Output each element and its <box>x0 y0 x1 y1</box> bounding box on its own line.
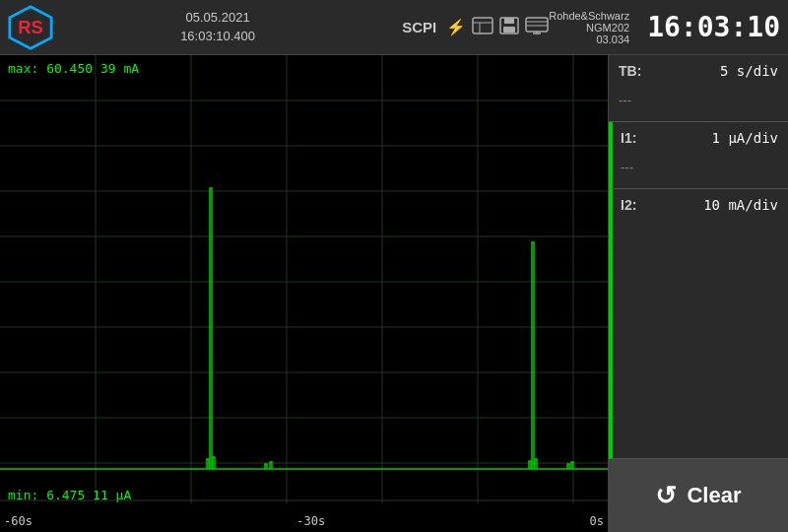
header-bar: RS 05.05.2021 16:03:10.400 SCPI ⚡ <box>0 0 788 55</box>
date-logged: 05.05.2021 <box>186 9 250 27</box>
tb-label: TB: <box>619 63 641 79</box>
svg-rect-6 <box>504 18 514 24</box>
chart-max-label: max: 60.450 39 mA <box>8 61 139 76</box>
firmware-version: 03.034 <box>596 33 629 45</box>
scpi-label: SCPI <box>402 19 436 35</box>
log-icon[interactable] <box>472 17 493 38</box>
tb-dash: --- <box>619 85 778 115</box>
chart-min-label: min: 6.475 11 µA <box>8 488 131 502</box>
svg-rect-7 <box>503 27 515 33</box>
i2-section: I2: 10 mA/div <box>609 189 788 459</box>
chart-area: max: 60.450 39 mA min: 6.475 11 µA -60s … <box>0 55 609 532</box>
svg-rect-2 <box>473 18 492 33</box>
header-right: Rohde&Schwarz NGM202 03.034 <box>549 10 629 45</box>
tb-value: 5 s/div <box>720 63 778 79</box>
main-area: max: 60.450 39 mA min: 6.475 11 µA -60s … <box>0 55 788 532</box>
i1-value: 1 µA/div <box>712 130 778 146</box>
clear-button[interactable]: ↺ Clear <box>609 459 788 532</box>
clear-icon: ↺ <box>655 481 677 511</box>
svg-rect-8 <box>526 18 548 32</box>
i1-dash: --- <box>621 152 778 182</box>
i2-label: I2: <box>621 197 636 213</box>
tb-section: TB: 5 s/div --- <box>609 55 788 122</box>
header-center: 05.05.2021 16:03:10.400 <box>53 9 382 44</box>
tb-row: TB: 5 s/div <box>619 63 778 79</box>
lightning-icon[interactable]: ⚡ <box>446 18 466 36</box>
svg-text:RS: RS <box>18 17 43 37</box>
network-icon[interactable] <box>525 17 549 38</box>
save-icon[interactable] <box>499 17 519 38</box>
i1-row: I1: 1 µA/div <box>621 130 778 146</box>
x-label-minus60: -60s <box>0 514 36 528</box>
current-time-display: 16:03:10 <box>647 11 780 43</box>
i1-label: I1: <box>621 130 636 146</box>
x-axis-labels: -60s -30s 0s <box>0 514 608 528</box>
model-name: NGM202 <box>586 22 629 33</box>
brand-name: Rohde&Schwarz <box>549 10 629 22</box>
header-icons: SCPI ⚡ <box>402 17 549 38</box>
waveform-display <box>0 55 608 532</box>
brand-logo: RS <box>8 5 53 50</box>
time-logged: 16:03:10.400 <box>180 28 255 45</box>
i2-row: I2: 10 mA/div <box>621 197 778 213</box>
i2-value: 10 mA/div <box>703 197 778 213</box>
x-label-0: 0s <box>586 514 608 528</box>
i1-section: I1: 1 µA/div --- <box>609 122 788 189</box>
x-label-minus30: -30s <box>293 514 329 528</box>
sidebar: TB: 5 s/div --- I1: 1 µA/div --- I2: 10 … <box>609 55 788 532</box>
clear-label: Clear <box>687 483 741 508</box>
